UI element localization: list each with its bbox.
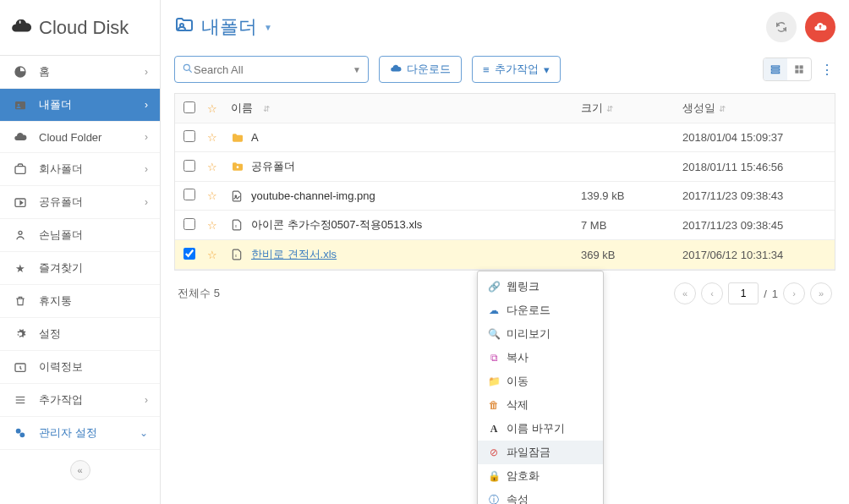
sidebar-item-favorites[interactable]: ★ 즐겨찾기 xyxy=(0,252,160,285)
briefcase-icon xyxy=(12,162,29,176)
extra-actions-button[interactable]: ≡ 추가작업 ▾ xyxy=(472,56,561,83)
row-checkbox[interactable] xyxy=(183,218,195,230)
svg-rect-10 xyxy=(16,403,25,403)
history-icon xyxy=(12,360,29,374)
row-star[interactable]: ☆ xyxy=(207,131,222,144)
ctx-move[interactable]: 📁이동 xyxy=(478,370,603,393)
table-row[interactable]: ☆ x아이콘 추가수정0507-적용0513.xls 7 MB 2017/11/… xyxy=(175,211,835,240)
svg-point-3 xyxy=(18,104,20,107)
ctx-weblink[interactable]: 🔗웹링크 xyxy=(478,275,603,299)
svg-rect-21 xyxy=(800,70,803,74)
row-star[interactable]: ☆ xyxy=(207,249,222,261)
sidebar-item-home[interactable]: 홈 › xyxy=(0,56,160,89)
view-list-button[interactable] xyxy=(764,58,787,80)
row-star[interactable]: ☆ xyxy=(207,161,222,173)
ctx-encrypt[interactable]: 🔒암호화 xyxy=(478,464,603,488)
ctx-preview[interactable]: 🔍미리보기 xyxy=(478,322,603,346)
chevron-right-icon: › xyxy=(145,163,148,175)
svg-rect-4 xyxy=(15,167,25,174)
ctx-lock[interactable]: ⊘파일잠금 xyxy=(478,441,603,464)
rename-icon: A xyxy=(488,423,500,436)
download-button[interactable]: 다운로드 xyxy=(379,56,462,83)
folder-icon: 📁 xyxy=(488,375,500,387)
folder-icon xyxy=(231,131,244,145)
sidebar-item-history[interactable]: 이력정보 xyxy=(0,351,160,384)
sidebar-collapse-button[interactable]: « xyxy=(70,460,90,480)
column-created[interactable]: 생성일⇵ xyxy=(682,101,826,116)
svg-point-11 xyxy=(16,429,21,434)
sort-icon: ⇵ xyxy=(606,104,613,113)
folder-icon xyxy=(174,14,194,40)
search-input[interactable] xyxy=(194,63,353,76)
file-date: 2018/01/04 15:09:37 xyxy=(682,131,826,144)
sidebar-item-trash[interactable]: 휴지통 xyxy=(0,285,160,318)
pager-prev-button[interactable]: ‹ xyxy=(701,282,723,304)
user-folder-icon xyxy=(12,98,29,112)
file-name: A xyxy=(251,131,259,144)
svg-point-14 xyxy=(183,64,189,70)
pager-first-button[interactable]: « xyxy=(674,282,696,304)
sort-icon: ⇵ xyxy=(263,104,270,113)
sidebar-item-guest[interactable]: 손님폴더 xyxy=(0,219,160,252)
view-grid-button[interactable] xyxy=(787,58,811,80)
sidebar-item-settings[interactable]: 설정 xyxy=(0,318,160,351)
dashboard-icon xyxy=(12,65,29,79)
file-size: 7 MB xyxy=(581,219,674,232)
pager-page-input[interactable] xyxy=(728,282,759,304)
file-date: 2017/11/23 09:38:43 xyxy=(682,189,826,202)
refresh-button[interactable] xyxy=(766,12,797,42)
dropdown-icon[interactable]: ▼ xyxy=(353,65,361,74)
gear-admin-icon xyxy=(12,427,29,439)
pager-total-pages: 1 xyxy=(772,288,778,300)
padlock-icon: 🔒 xyxy=(488,470,500,482)
ctx-delete[interactable]: 🗑삭제 xyxy=(478,393,603,417)
svg-rect-18 xyxy=(795,65,798,68)
select-all-checkbox[interactable] xyxy=(183,101,195,113)
cloud-icon xyxy=(12,130,29,144)
chevron-right-icon: › xyxy=(145,196,148,208)
row-star[interactable]: ☆ xyxy=(207,219,222,232)
svg-point-22 xyxy=(237,166,239,168)
ctx-download[interactable]: ☁다운로드 xyxy=(478,299,603,322)
table-row[interactable]: ☆ youtube-channel-img.png 139.9 kB 2017/… xyxy=(175,182,835,211)
ctx-rename[interactable]: A이름 바꾸기 xyxy=(478,417,603,441)
xls-file-icon: x xyxy=(231,248,244,261)
more-options-button[interactable]: ⋮ xyxy=(819,58,835,80)
sidebar-item-company[interactable]: 회사폴더 › xyxy=(0,153,160,186)
svg-rect-15 xyxy=(771,66,779,68)
row-checkbox[interactable] xyxy=(183,130,195,142)
table-row[interactable]: ☆ A 2018/01/04 15:09:37 xyxy=(175,123,835,152)
sidebar-item-cloudfolder[interactable]: Cloud Folder › xyxy=(0,122,160,153)
file-date: 2017/11/23 09:38:45 xyxy=(682,219,826,232)
share-folder-icon xyxy=(12,195,29,209)
search-input-container[interactable]: ▼ xyxy=(174,56,369,83)
svg-point-12 xyxy=(19,432,25,437)
sidebar-item-extra[interactable]: 추가작업 › xyxy=(0,384,160,417)
breadcrumb-label: 내폴더 xyxy=(201,14,257,40)
pager-next-button[interactable]: › xyxy=(783,282,805,304)
star-column-icon[interactable]: ☆ xyxy=(207,102,222,115)
sidebar-item-myfolder[interactable]: 내폴더 › xyxy=(0,89,160,122)
sidebar-item-admin[interactable]: 관리자 설정 ⌄ xyxy=(0,417,160,450)
table-row[interactable]: ☆ x한비로 견적서.xls 369 kB 2017/06/12 10:31:3… xyxy=(175,240,835,270)
guest-icon xyxy=(12,228,29,242)
file-name[interactable]: 한비로 견적서.xls xyxy=(251,247,337,262)
upload-button[interactable] xyxy=(805,12,835,42)
breadcrumb[interactable]: 내폴더 ▼ xyxy=(174,14,272,40)
trash-icon xyxy=(12,295,29,307)
svg-rect-0 xyxy=(19,19,25,25)
app-logo: Cloud Disk xyxy=(0,0,160,56)
chevron-right-icon: › xyxy=(145,131,148,143)
sidebar-item-share[interactable]: 공유폴더 › xyxy=(0,186,160,219)
row-checkbox[interactable] xyxy=(183,189,195,200)
row-checkbox[interactable] xyxy=(183,248,195,260)
list-icon xyxy=(12,394,29,406)
row-checkbox[interactable] xyxy=(183,160,195,172)
column-name[interactable]: 이름⇵ xyxy=(231,101,572,116)
row-star[interactable]: ☆ xyxy=(207,189,222,202)
column-size[interactable]: 크기⇵ xyxy=(581,101,674,116)
ctx-copy[interactable]: ⧉복사 xyxy=(478,346,603,370)
pager-last-button[interactable]: » xyxy=(810,282,832,304)
ctx-properties[interactable]: ⓘ속성 xyxy=(478,488,603,504)
table-row[interactable]: ☆ 공유폴더 2018/01/11 15:46:56 xyxy=(175,152,835,182)
